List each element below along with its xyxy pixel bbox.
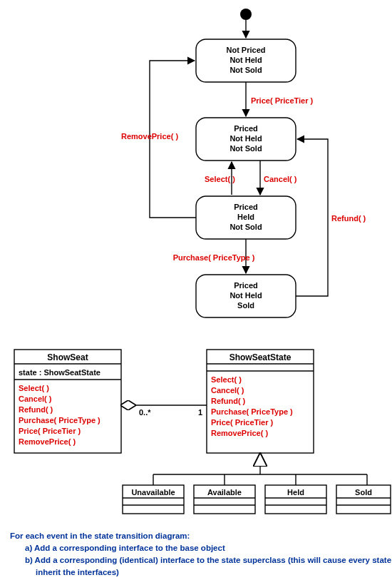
class-held: Held <box>265 485 326 514</box>
transition-refund <box>296 139 328 296</box>
state-not-priced: Not Priced Not Held Not Sold <box>196 39 296 82</box>
transition-label: Select( ) <box>205 175 235 183</box>
class-name: ShowSeat <box>47 352 88 362</box>
transition-label: Price( PriceTier ) <box>251 96 314 105</box>
note-intro: For each event in the state transition d… <box>10 531 190 540</box>
class-operation: Price( PriceTier ) <box>19 427 81 435</box>
state-label: Not Held <box>229 134 262 143</box>
class-name: Available <box>207 488 242 497</box>
state-label: Not Held <box>229 291 262 300</box>
diagram-canvas: Not Priced Not Held Not Sold Price( Pric… <box>0 0 392 585</box>
class-operation: Refund( ) <box>211 397 246 405</box>
class-operation: Cancel( ) <box>19 395 52 403</box>
notes: For each event in the state transition d… <box>10 531 392 576</box>
state-machine: Not Priced Not Held Not Sold Price( Pric… <box>121 9 366 317</box>
state-label: Not Held <box>229 56 262 64</box>
class-attribute: state : ShowSeatState <box>19 368 100 377</box>
state-label: Sold <box>237 301 254 310</box>
class-operation: RemovePrice( ) <box>211 429 268 437</box>
class-operation: Purchase( PriceType ) <box>211 407 293 416</box>
state-label: Not Sold <box>229 144 262 153</box>
multiplicity-right: 1 <box>198 408 202 417</box>
transition-label: Cancel( ) <box>264 175 297 183</box>
transition-label: Refund( ) <box>331 214 366 223</box>
class-operation: Refund( ) <box>19 405 53 414</box>
class-name: Sold <box>355 488 372 497</box>
state-label: Priced <box>234 281 258 290</box>
class-name: ShowSeatState <box>229 352 292 362</box>
multiplicity-left: 0..* <box>139 408 151 417</box>
note-a: a) Add a corresponding interface to the … <box>25 544 225 552</box>
class-operation: Select( ) <box>211 375 242 384</box>
initial-state-icon <box>240 9 252 20</box>
state-label: Not Priced <box>226 46 265 54</box>
note-b1: b) Add a corresponding (identical) inter… <box>25 556 392 564</box>
state-priced-sold: Priced Not Held Sold <box>196 275 296 317</box>
class-unavailable: Unavailable <box>123 485 184 514</box>
state-label: Held <box>237 213 254 221</box>
state-label: Not Sold <box>229 66 262 74</box>
class-operation: Purchase( PriceType ) <box>19 416 100 424</box>
class-showseatstate: ShowSeatState Select( ) Cancel( ) Refund… <box>207 350 314 453</box>
state-priced-held: Priced Held Not Sold <box>196 196 296 239</box>
transition-label: RemovePrice( ) <box>121 132 178 141</box>
state-label: Priced <box>234 124 258 133</box>
state-label: Priced <box>234 203 258 211</box>
state-label: Not Sold <box>229 223 262 231</box>
class-name: Held <box>287 488 304 497</box>
class-diagram: ShowSeat state : ShowSeatState Select( )… <box>14 350 391 514</box>
class-name: Unavailable <box>131 488 175 497</box>
state-priced-not-held: Priced Not Held Not Sold <box>196 118 296 161</box>
class-showseat: ShowSeat state : ShowSeatState Select( )… <box>14 350 121 453</box>
class-operation: RemovePrice( ) <box>19 437 76 446</box>
note-b2: inherit the interfaces) <box>36 568 119 576</box>
transition-label: Purchase( PriceType ) <box>173 253 255 262</box>
class-operation: Select( ) <box>19 384 49 392</box>
class-sold: Sold <box>336 485 391 514</box>
class-operation: Price( PriceTier ) <box>211 418 274 427</box>
class-operation: Cancel( ) <box>211 386 244 395</box>
class-available: Available <box>194 485 255 514</box>
